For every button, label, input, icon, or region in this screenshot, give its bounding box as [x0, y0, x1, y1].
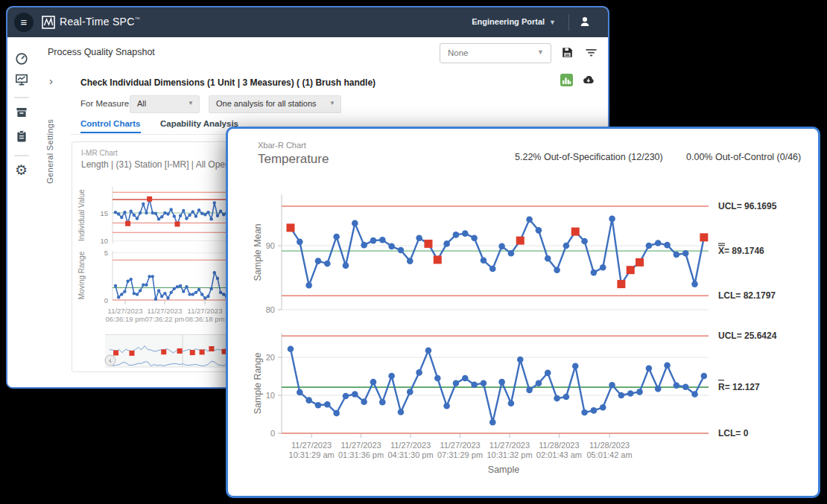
- dashboard-gauge-icon[interactable]: [15, 52, 28, 66]
- out-of-spec-stat: 5.22% Out-of-Specification (12/230): [515, 152, 663, 162]
- svg-text:0: 0: [104, 296, 108, 304]
- expand-chevron-icon[interactable]: ›: [49, 74, 53, 87]
- analysis-mode-value: One analysis for all stations: [216, 99, 317, 108]
- svg-text:Sample Mean: Sample Mean: [253, 223, 263, 281]
- desktop: ≡ Real-Time SPC™ Engineering Portal▼: [0, 0, 827, 504]
- svg-text:05:01:42 am: 05:01:42 am: [586, 450, 632, 459]
- archive-icon[interactable]: [15, 106, 28, 119]
- chart-view-icon[interactable]: [560, 74, 573, 86]
- svg-text:LCL= 0: LCL= 0: [718, 428, 749, 438]
- sidebar-divider: [14, 97, 29, 98]
- clipboard-icon[interactable]: [15, 130, 28, 143]
- svg-text:UCL= 96.1695: UCL= 96.1695: [718, 201, 777, 211]
- sample-range-chart[interactable]: 20100UCL= 25.6424R= 12.127LCL= 011/27/20…: [241, 327, 809, 492]
- tab-control-charts[interactable]: Control Charts: [80, 119, 141, 133]
- filter-icon[interactable]: [585, 46, 598, 59]
- imr-chart-type-label: I-MR Chart: [81, 149, 118, 157]
- svg-text:11/27/2023: 11/27/2023: [489, 441, 530, 450]
- svg-text:11/27/2023: 11/27/2023: [340, 441, 381, 450]
- top-bar: ≡ Real-Time SPC™ Engineering Portal▼: [7, 7, 608, 37]
- imr-chart-title: Length | (31) Station [I-MR] | All Opera…: [81, 159, 248, 170]
- svg-text:5: 5: [104, 249, 108, 257]
- svg-text:01:31:36 pm: 01:31:36 pm: [338, 450, 384, 459]
- chevron-down-icon: ▼: [537, 48, 544, 56]
- svg-text:Sample: Sample: [488, 465, 519, 475]
- for-measure-label: For Measure:: [80, 99, 131, 108]
- svg-text:Individual Value: Individual Value: [77, 189, 86, 241]
- svg-text:90: 90: [266, 241, 275, 250]
- svg-text:X= 89.1746: X= 89.1746: [718, 246, 764, 256]
- svg-text:08:36:18 pm: 08:36:18 pm: [186, 315, 225, 323]
- svg-text:11/27/2023: 11/27/2023: [390, 441, 431, 450]
- sidebar: ⚙: [7, 37, 37, 387]
- settings-gear-icon[interactable]: ⚙: [15, 164, 28, 177]
- svg-text:80: 80: [266, 305, 275, 314]
- page-header: Process Quality Snapshot None ▼: [36, 37, 608, 69]
- portal-selector[interactable]: Engineering Portal▼: [472, 17, 556, 26]
- preset-value: None: [448, 48, 469, 57]
- page-title: Process Quality Snapshot: [48, 47, 155, 57]
- svg-text:10:31:32 pm: 10:31:32 pm: [487, 450, 532, 459]
- cloud-download-icon[interactable]: [581, 74, 595, 86]
- general-settings-label[interactable]: General Settings: [45, 119, 54, 184]
- svg-text:‹: ‹: [109, 357, 111, 365]
- svg-text:20: 20: [266, 353, 275, 362]
- svg-text:Sample Range: Sample Range: [253, 353, 263, 415]
- svg-text:0: 0: [270, 429, 275, 438]
- svg-text:07:36:22 pm: 07:36:22 pm: [145, 315, 185, 323]
- svg-text:11/27/2023: 11/27/2023: [108, 307, 143, 315]
- svg-text:11/28/2023: 11/28/2023: [589, 441, 630, 450]
- xbar-chart-title: Temperature: [258, 152, 329, 167]
- app-title: Real-Time SPC™: [60, 16, 140, 28]
- svg-text:10: 10: [266, 391, 275, 400]
- svg-text:15: 15: [100, 209, 108, 217]
- measure-dropdown[interactable]: All ▼: [130, 95, 200, 113]
- svg-text:11/27/2023: 11/27/2023: [291, 441, 332, 450]
- menu-icon[interactable]: ≡: [14, 13, 34, 32]
- monitor-chart-icon[interactable]: [15, 73, 28, 86]
- chevron-down-icon: ▼: [549, 19, 556, 26]
- svg-text:10:31:29 am: 10:31:29 am: [289, 450, 335, 459]
- svg-text:11/27/2023: 11/27/2023: [188, 307, 223, 315]
- svg-text:07:31:29 pm: 07:31:29 pm: [437, 450, 483, 459]
- topbar-divider: [568, 14, 569, 31]
- svg-text:Moving Range: Moving Range: [77, 251, 86, 299]
- svg-text:UCL= 25.6424: UCL= 25.6424: [718, 331, 777, 341]
- chevron-down-icon: ▼: [329, 100, 335, 106]
- svg-text:04:31:30 pm: 04:31:30 pm: [387, 450, 433, 459]
- general-settings-rail: › General Settings: [36, 68, 70, 387]
- save-icon[interactable]: [561, 46, 574, 59]
- analysis-title: Check Individual Dimensions (1 Unit | 3 …: [80, 77, 376, 88]
- svg-text:11/27/2023: 11/27/2023: [440, 441, 480, 450]
- preset-dropdown[interactable]: None ▼: [440, 43, 551, 63]
- xbar-r-chart-window: Xbar-R Chart Temperature 5.22% Out-of-Sp…: [226, 127, 820, 498]
- svg-text:11/28/2023: 11/28/2023: [539, 441, 579, 450]
- sample-mean-chart[interactable]: 9080UCL= 96.1695X= 89.1746LCL= 82.1797Sa…: [241, 175, 809, 324]
- svg-text:R= 12.127: R= 12.127: [718, 382, 760, 392]
- svg-text:LCL= 82.1797: LCL= 82.1797: [718, 290, 776, 301]
- sidebar-divider: [14, 155, 29, 156]
- svg-text:06:36:19 pm: 06:36:19 pm: [106, 315, 145, 323]
- measure-value: All: [137, 99, 146, 108]
- user-account-icon[interactable]: [578, 15, 592, 28]
- analysis-mode-dropdown[interactable]: One analysis for all stations ▼: [209, 95, 341, 113]
- svg-text:02:01:43 am: 02:01:43 am: [536, 450, 582, 459]
- chevron-down-icon: ▼: [188, 100, 194, 106]
- svg-text:11/27/2023: 11/27/2023: [148, 307, 183, 315]
- app-logo-icon: [42, 16, 55, 29]
- xbar-chart-type-label: Xbar-R Chart: [258, 141, 306, 150]
- out-of-control-stat: 0.00% Out-of-Control (0/46): [686, 152, 801, 162]
- svg-text:10: 10: [100, 237, 108, 245]
